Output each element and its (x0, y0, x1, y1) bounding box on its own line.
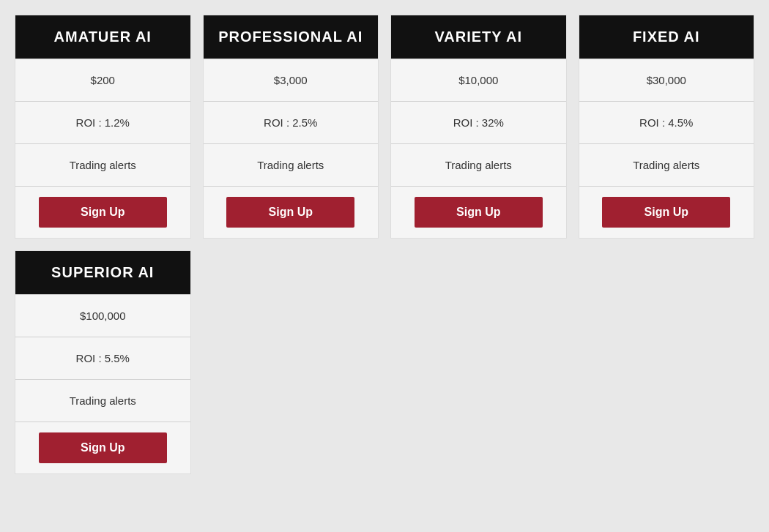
signup-button-fixed[interactable]: Sign Up (602, 197, 730, 228)
plan-trading-alerts-amatuer: Trading alerts (15, 143, 190, 186)
plan-roi-fixed: ROI : 4.5% (579, 101, 754, 143)
plan-price-superior: $100,000 (15, 294, 190, 337)
plan-price-fixed: $30,000 (579, 59, 754, 101)
plan-roi-professional: ROI : 2.5% (204, 101, 379, 143)
plan-signup-row-superior: Sign Up (15, 422, 190, 473)
plan-card-fixed: FIXED AI$30,000ROI : 4.5%Trading alertsS… (579, 15, 755, 239)
plan-title-variety: VARIETY AI (391, 15, 566, 59)
plan-trading-alerts-fixed: Trading alerts (579, 143, 754, 186)
signup-button-superior[interactable]: Sign Up (39, 432, 167, 463)
signup-button-variety[interactable]: Sign Up (415, 197, 543, 228)
plan-title-superior: SUPERIOR AI (15, 251, 190, 294)
plan-price-amatuer: $200 (15, 59, 190, 101)
plan-trading-alerts-professional: Trading alerts (204, 143, 379, 186)
plan-signup-row-amatuer: Sign Up (15, 186, 190, 238)
plan-card-professional: PROFESSIONAL AI$3,000ROI : 2.5%Trading a… (203, 15, 379, 239)
plan-roi-amatuer: ROI : 1.2% (15, 101, 190, 143)
plan-title-professional: PROFESSIONAL AI (204, 15, 379, 59)
plan-trading-alerts-variety: Trading alerts (391, 143, 566, 186)
plan-price-professional: $3,000 (204, 59, 379, 101)
plan-title-fixed: FIXED AI (579, 15, 754, 59)
plan-card-superior: SUPERIOR AI$100,000ROI : 5.5%Trading ale… (15, 250, 191, 474)
plan-roi-superior: ROI : 5.5% (15, 337, 190, 379)
plan-card-variety: VARIETY AI$10,000ROI : 32%Trading alerts… (390, 15, 567, 239)
bottom-plans-row: SUPERIOR AI$100,000ROI : 5.5%Trading ale… (15, 250, 754, 474)
signup-button-amatuer[interactable]: Sign Up (39, 197, 167, 228)
plan-signup-row-fixed: Sign Up (579, 186, 754, 238)
top-plans-grid: AMATUER AI$200ROI : 1.2%Trading alertsSi… (15, 15, 754, 239)
signup-button-professional[interactable]: Sign Up (226, 197, 354, 228)
plan-signup-row-variety: Sign Up (391, 186, 566, 238)
plan-card-amatuer: AMATUER AI$200ROI : 1.2%Trading alertsSi… (15, 15, 191, 239)
plan-roi-variety: ROI : 32% (391, 101, 566, 143)
plan-price-variety: $10,000 (391, 59, 566, 101)
plan-trading-alerts-superior: Trading alerts (15, 379, 190, 422)
plan-title-amatuer: AMATUER AI (15, 15, 190, 59)
plan-signup-row-professional: Sign Up (204, 186, 379, 238)
